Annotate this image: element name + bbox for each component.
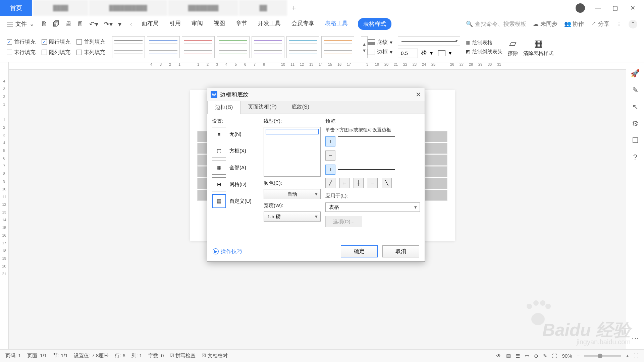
- preview-hint: 单击下方图示或按钮可设置边框: [325, 127, 420, 133]
- preview-bottom-button[interactable]: ⊥: [325, 165, 335, 175]
- width-label: 宽度(W):: [264, 202, 321, 209]
- linestyle-dotted[interactable]: [266, 145, 318, 150]
- preview-label: 预览: [325, 118, 420, 124]
- apply-label: 应用于(L):: [325, 193, 420, 199]
- dialog-tab-border[interactable]: 边框(B): [207, 101, 240, 114]
- preset-none-icon: ≡: [212, 127, 226, 141]
- borders-shading-dialog: W 边框和底纹 ✕ 边框(B) 页面边框(P) 底纹(S) 设置: ≡无(N) …: [207, 88, 425, 262]
- linestyle-dashed[interactable]: [266, 137, 318, 142]
- linestyle-solid[interactable]: [266, 129, 318, 134]
- preview-left-button[interactable]: ⊢: [339, 178, 350, 188]
- preview-diag2-button[interactable]: ╲: [382, 178, 392, 188]
- preset-custom-icon: ▤: [212, 194, 226, 208]
- preset-grid-icon: ⊞: [212, 177, 226, 191]
- cancel-button[interactable]: 取消: [382, 245, 419, 257]
- preset-none[interactable]: ≡无(N): [212, 127, 259, 141]
- preset-box-icon: ▢: [212, 144, 226, 158]
- color-combo[interactable]: 自动: [264, 189, 321, 199]
- linestyle-label: 线型(Y):: [264, 118, 321, 124]
- dialog-close-button[interactable]: ✕: [416, 90, 421, 99]
- apply-to-combo[interactable]: 表格: [325, 202, 420, 212]
- settings-label: 设置:: [212, 118, 259, 124]
- preview-hmid-button[interactable]: ⊢: [325, 150, 335, 161]
- dialog-titlebar[interactable]: W 边框和底纹 ✕: [207, 88, 425, 101]
- linestyle-dashdot[interactable]: [266, 162, 318, 166]
- dialog-title: 边框和底纹: [220, 91, 249, 99]
- preset-grid[interactable]: ⊞网格(D): [212, 177, 259, 191]
- ok-button[interactable]: 确定: [341, 245, 378, 257]
- preview-diag-button[interactable]: ╱: [325, 178, 335, 188]
- preset-box[interactable]: ▢方框(X): [212, 144, 259, 158]
- color-label: 颜色(C):: [264, 180, 321, 186]
- dialog-tabs: 边框(B) 页面边框(P) 底纹(S): [207, 101, 425, 114]
- linestyle-dashed2[interactable]: [266, 154, 318, 158]
- watermark-paw-icon: [527, 302, 550, 325]
- linestyle-list[interactable]: [264, 127, 321, 177]
- preview-vmid-button[interactable]: ┼: [354, 178, 364, 188]
- width-combo[interactable]: 1.5 磅 ———: [264, 212, 321, 222]
- preset-all[interactable]: ▦全部(A): [212, 161, 259, 175]
- wps-icon: W: [211, 91, 217, 98]
- dialog-tab-shading[interactable]: 底纹(S): [284, 101, 317, 114]
- options-button: 选项(O)...: [325, 216, 362, 227]
- dialog-tab-page-border[interactable]: 页面边框(P): [240, 101, 284, 114]
- preview-top-button[interactable]: ⊤: [325, 136, 335, 146]
- preview-diagram[interactable]: [338, 136, 395, 170]
- tips-link[interactable]: 操作技巧: [213, 248, 242, 255]
- preset-custom[interactable]: ▤自定义(U): [212, 194, 259, 208]
- preview-right-button[interactable]: ⊣: [368, 178, 378, 188]
- preset-all-icon: ▦: [212, 161, 226, 175]
